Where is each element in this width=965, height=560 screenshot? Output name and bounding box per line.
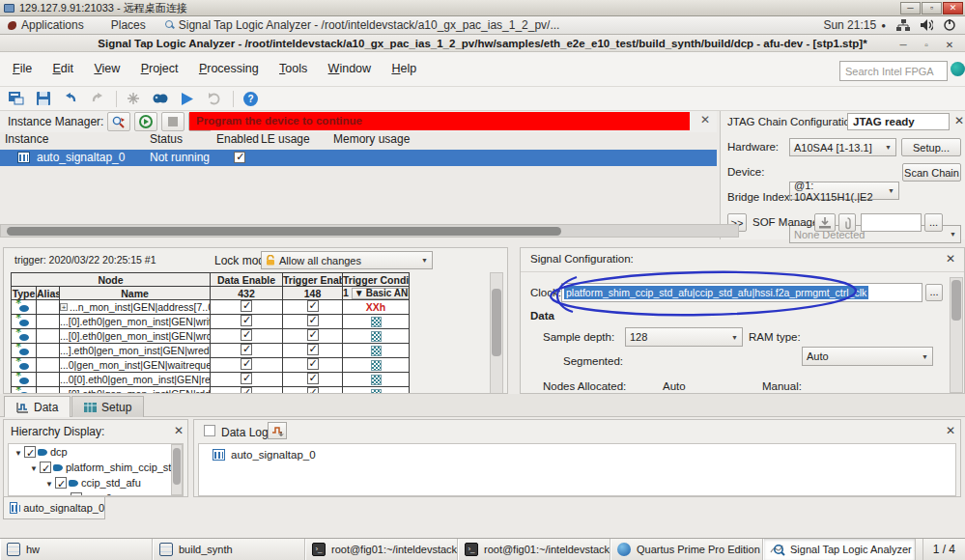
taskbar-window-build-synth[interactable]: build_synth	[153, 539, 305, 560]
menu-project[interactable]: Project	[132, 60, 187, 77]
workspace-pager[interactable]: 1 / 4	[922, 539, 965, 560]
signal-config-scrollbar[interactable]	[950, 277, 963, 393]
scrollbar-thumb[interactable]	[173, 448, 181, 485]
tree-item[interactable]: ▼pr0	[9, 490, 183, 496]
minimize-button[interactable]: ─	[900, 2, 921, 14]
menu-help[interactable]: Help	[383, 60, 425, 77]
collapse-icon[interactable]: ▼	[45, 477, 55, 492]
menu-tools[interactable]: Tools	[270, 60, 316, 77]
volume-icon[interactable]	[921, 19, 933, 31]
data-enable-checkbox[interactable]	[241, 373, 252, 384]
collapse-icon[interactable]: ▼	[30, 462, 40, 477]
tab-setup[interactable]: Setup	[71, 396, 144, 417]
trigger-enable-checkbox[interactable]	[307, 329, 319, 341]
close-icon[interactable]: ✕	[943, 2, 963, 14]
lock-mode-select[interactable]: Allow all changes ▼	[261, 251, 433, 269]
data-log-capture-icon[interactable]	[268, 422, 287, 439]
sample-depth-select[interactable]: 128▼	[625, 327, 743, 347]
search-icon[interactable]	[951, 62, 965, 76]
trigger-pattern-icon[interactable]	[371, 331, 382, 342]
taskbar-window-terminal-1[interactable]: ›_ root@fig01:~/inteldevstack/...	[305, 539, 458, 560]
signal-row[interactable]: ...[0].eth0|gen_mon_inst|GEN|rddly	[12, 387, 410, 395]
autorun-analysis-icon[interactable]	[204, 90, 225, 108]
setup-button[interactable]: Setup...	[901, 138, 961, 156]
data-log-entry[interactable]: auto_signaltap_0	[199, 444, 955, 461]
trigger-pattern-icon[interactable]	[371, 317, 382, 327]
tab-data[interactable]: Data	[4, 396, 71, 417]
search-input[interactable]	[839, 61, 948, 81]
scrollbar-thumb[interactable]	[951, 280, 961, 321]
signal-row[interactable]: ...0[0].eth0|gen_mon_inst|GEN|read	[12, 373, 410, 387]
data-enable-checkbox[interactable]	[241, 358, 252, 370]
hardware-select[interactable]: A10SA4 [1-13.1]▼	[789, 138, 896, 156]
program-sof-icon[interactable]	[814, 213, 836, 232]
signal-row[interactable]: ...[0].eth0|gen_mon_inst|GEN|write	[12, 315, 410, 329]
data-enable-checkbox[interactable]	[241, 344, 252, 355]
trigger-pattern-icon[interactable]	[371, 346, 382, 356]
data-enable-checkbox[interactable]	[241, 315, 252, 326]
network-icon[interactable]	[896, 19, 910, 31]
clock-field[interactable]: platform_shim_ccip_std_afu|ccip_std_afu|…	[561, 283, 922, 302]
tree-item[interactable]: ▼dcp	[9, 444, 183, 460]
autorun-instance-icon[interactable]	[107, 112, 130, 131]
clock[interactable]: Sun 21:15	[823, 18, 876, 32]
save-icon[interactable]	[33, 90, 54, 108]
horizontal-scrollbar[interactable]	[0, 224, 739, 238]
menu-window[interactable]: Window	[320, 60, 380, 77]
signal-row[interactable]: ...].eth0|gen_mon_inst|GEN|wredge	[12, 344, 410, 358]
power-icon[interactable]	[944, 19, 955, 31]
applications-menu[interactable]: Applications	[21, 18, 94, 32]
taskbar-window-signaltap[interactable]: Signal Tap Logic Analyzer - /...	[763, 539, 916, 560]
find-icon[interactable]	[150, 90, 171, 108]
taskbar-window-terminal-2[interactable]: ›_ root@fig01:~/inteldevstack/...	[458, 539, 610, 560]
signal-config-close-icon[interactable]: ✕	[946, 252, 955, 266]
clock-browse-button[interactable]: ...	[925, 284, 943, 301]
hierarchy-close-icon[interactable]: ✕	[174, 424, 184, 437]
tree-item[interactable]: ▼ccip_std_afu	[9, 475, 183, 490]
scrollbar-thumb[interactable]	[7, 227, 561, 236]
trigger-pattern-icon[interactable]	[371, 375, 382, 385]
trigger-enable-checkbox[interactable]	[307, 300, 319, 312]
window-minimize-icon[interactable]: ─	[895, 37, 911, 50]
active-window-menu[interactable]: Signal Tap Logic Analyzer - /root/inteld…	[179, 18, 570, 32]
collapse-icon[interactable]: ▼	[14, 446, 24, 462]
signal-row[interactable]: ...[0].eth0|gen_mon_inst|GEN|wrdly	[12, 329, 410, 344]
alert-close-icon[interactable]: ✕	[697, 113, 713, 128]
redo-icon[interactable]	[87, 90, 108, 108]
tree-checkbox[interactable]	[71, 492, 82, 496]
instance-row[interactable]: auto_signaltap_0 Not running	[0, 150, 717, 166]
attach-sof-icon[interactable]	[838, 213, 856, 232]
trigger-enable-checkbox[interactable]	[307, 387, 319, 394]
scrollbar-thumb[interactable]	[492, 289, 501, 356]
collapse-icon[interactable]: ▼	[61, 492, 71, 496]
hierarchy-scrollbar[interactable]	[171, 444, 183, 495]
run-analysis-icon[interactable]	[177, 90, 198, 108]
trigger-condition-value[interactable]: XXh	[366, 301, 385, 313]
expand-icon[interactable]: +	[60, 303, 68, 311]
trigger-enable-checkbox[interactable]	[307, 358, 319, 370]
data-enable-checkbox[interactable]	[241, 387, 252, 394]
help-icon[interactable]: ?	[240, 90, 261, 108]
signal-table-scrollbar[interactable]	[490, 272, 503, 394]
signal-row[interactable]: ...0|gen_mon_inst|GEN|waitrequest	[12, 358, 410, 373]
window-close-icon[interactable]: ✕	[942, 37, 957, 50]
instance-enabled-checkbox[interactable]	[234, 152, 245, 163]
data-enable-checkbox[interactable]	[241, 329, 252, 341]
window-restore-icon[interactable]: ▫	[919, 37, 934, 50]
sof-browse-button[interactable]: ...	[924, 213, 943, 232]
tree-checkbox[interactable]	[40, 462, 51, 473]
data-enable-checkbox[interactable]	[241, 300, 252, 312]
trigger-enable-checkbox[interactable]	[307, 373, 319, 384]
instance-tab[interactable]: auto_signaltap_0	[3, 497, 105, 519]
new-file-icon[interactable]	[6, 90, 27, 108]
menu-edit[interactable]: Edit	[44, 60, 83, 77]
undo-icon[interactable]	[60, 90, 81, 108]
condition-mode-select[interactable]: ▼Basic AND▼	[352, 288, 410, 299]
taskbar-window-hw[interactable]: hw	[0, 539, 153, 560]
signal-row[interactable]: +...n_mon_inst|GEN|address[7..0] XXh	[12, 300, 410, 315]
run-instance-icon[interactable]	[134, 112, 157, 131]
menu-file[interactable]: File	[4, 60, 41, 77]
sof-file-field[interactable]	[861, 213, 922, 232]
data-log-checkbox[interactable]	[204, 425, 215, 436]
ram-type-select[interactable]: Auto▼	[802, 347, 933, 366]
